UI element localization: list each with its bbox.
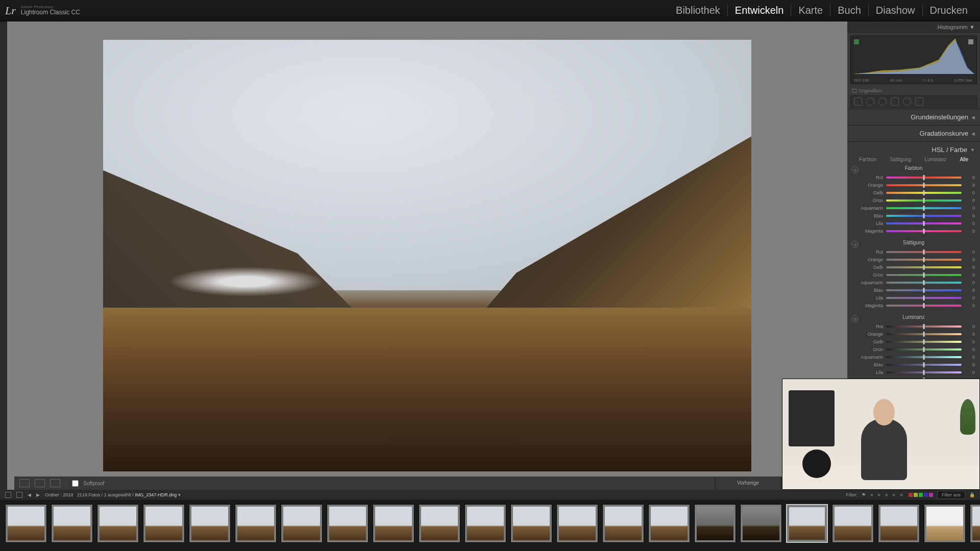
slider-value[interactable]: 0 [965,257,975,262]
slider-track[interactable] [886,199,962,202]
hsl-tab-all[interactable]: Alle [960,157,968,162]
slider-sättigung-grün[interactable]: Grün0 [852,271,975,279]
hsl-tab-sat[interactable]: Sättigung [890,157,911,162]
slider-handle[interactable] [923,198,925,203]
slider-handle[interactable] [923,295,925,300]
slider-handle[interactable] [923,213,925,218]
slider-handle[interactable] [923,362,925,367]
slider-value[interactable]: 0 [965,198,975,203]
slider-value[interactable]: 0 [965,213,975,218]
module-library[interactable]: Bibliothek [669,5,727,16]
slider-value[interactable]: 0 [965,175,975,180]
slider-track[interactable] [886,305,962,307]
slider-sättigung-rot[interactable]: Rot0 [852,248,975,256]
slider-track[interactable] [886,289,962,291]
slider-value[interactable]: 0 [965,355,975,360]
histogram-header[interactable]: Histogramm ▼ [847,21,980,33]
thumbnail[interactable] [556,504,598,543]
slider-farbton-magenta[interactable]: Magenta0 [852,228,975,235]
color-filter[interactable] [909,493,933,497]
slider-track[interactable] [886,333,962,335]
slider-luminanz-gelb[interactable]: Gelb0 [852,338,975,345]
module-map[interactable]: Karte [791,5,830,16]
slider-luminanz-orange[interactable]: Orange0 [852,331,975,338]
module-book[interactable]: Buch [830,5,868,16]
slider-value[interactable]: 0 [965,272,975,278]
flag-filter-icon[interactable]: ⚑ [862,492,866,497]
slider-handle[interactable] [923,347,925,352]
slider-track[interactable] [886,207,962,209]
slider-track[interactable] [886,177,962,179]
crop-tool-icon[interactable] [854,97,862,106]
slider-handle[interactable] [923,288,925,293]
slider-track[interactable] [886,222,962,224]
slider-track[interactable] [886,266,962,268]
slider-value[interactable]: 0 [965,288,975,293]
slider-farbton-blau[interactable]: Blau0 [852,212,975,219]
slider-handle[interactable] [923,324,925,329]
module-slideshow[interactable]: Diashow [868,5,922,16]
slider-value[interactable]: 0 [965,190,975,195]
hsl-panel-header[interactable]: HSL / Farbe▼ [852,145,975,155]
thumbnail[interactable] [648,504,690,543]
thumbnail[interactable] [51,504,93,543]
slider-value[interactable]: 0 [965,265,975,270]
graduated-filter-icon[interactable] [891,97,899,106]
slider-value[interactable]: 0 [965,229,975,234]
slider-value[interactable]: 0 [965,183,975,188]
tonecurve-panel-header[interactable]: Gradationskurve◀ [852,129,975,138]
redeye-tool-icon[interactable] [878,97,887,106]
slider-handle[interactable] [923,249,925,255]
slider-track[interactable] [886,230,962,232]
slider-value[interactable]: 0 [965,332,975,337]
module-develop[interactable]: Entwickeln [727,5,791,16]
thumbnail[interactable] [373,504,414,543]
loupe-view-button[interactable] [19,479,30,487]
thumbnail[interactable] [327,504,369,543]
radial-filter-icon[interactable] [903,97,911,106]
slider-sättigung-gelb[interactable]: Gelb0 [852,264,975,271]
thumbnail[interactable] [878,504,920,543]
shadow-clipping-indicator[interactable] [854,39,859,44]
slider-handle[interactable] [923,280,925,285]
slider-track[interactable] [886,356,962,358]
module-print[interactable]: Drucken [922,5,975,16]
slider-track[interactable] [886,251,962,253]
targeted-adjust-tool-farbton[interactable]: ◎ [851,166,859,173]
slider-track[interactable] [886,364,962,366]
slider-value[interactable]: 0 [965,249,975,255]
slider-track[interactable] [886,348,962,350]
hsl-tab-lum[interactable]: Luminanz [924,157,946,162]
slider-handle[interactable] [923,339,925,344]
slider-handle[interactable] [923,355,925,360]
slider-handle[interactable] [923,303,925,308]
slider-handle[interactable] [923,175,925,180]
slider-luminanz-lila[interactable]: Lila0 [852,369,975,376]
slider-value[interactable]: 0 [965,362,975,367]
grid-view-icon[interactable] [16,492,22,498]
histogram[interactable]: ISO 100 40 mm f / 4,0 1/250 Sek. [850,36,977,84]
slider-farbton-orange[interactable]: Orange0 [852,182,975,189]
slider-sättigung-aquamarin[interactable]: Aquamarin0 [852,279,975,286]
slider-value[interactable]: 0 [965,370,975,375]
slider-value[interactable]: 0 [965,206,975,211]
before-after-lr-button[interactable] [35,479,45,487]
slider-farbton-lila[interactable]: Lila0 [852,220,975,227]
slider-farbton-gelb[interactable]: Gelb0 [852,189,975,196]
nav-back-icon[interactable]: ◀ [28,492,31,497]
basic-panel-header[interactable]: Grundeinstellungen◀ [852,112,975,122]
thumbnail[interactable] [97,504,139,543]
slider-track[interactable] [886,259,962,261]
slider-handle[interactable] [923,190,925,195]
nav-fwd-icon[interactable]: ▶ [36,492,40,497]
thumbnail[interactable] [235,504,277,543]
slider-track[interactable] [886,371,962,373]
thumbnail[interactable] [694,504,736,543]
slider-value[interactable]: 0 [965,339,975,344]
slider-handle[interactable] [923,332,925,337]
loupe-view[interactable]: | Softproof Vorherige Zurücksetzen [7,21,847,490]
slider-sättigung-lila[interactable]: Lila0 [852,294,975,302]
filter-lock-icon[interactable]: 🔒 [969,492,975,497]
thumbnail[interactable] [602,504,644,543]
slider-track[interactable] [886,184,962,186]
